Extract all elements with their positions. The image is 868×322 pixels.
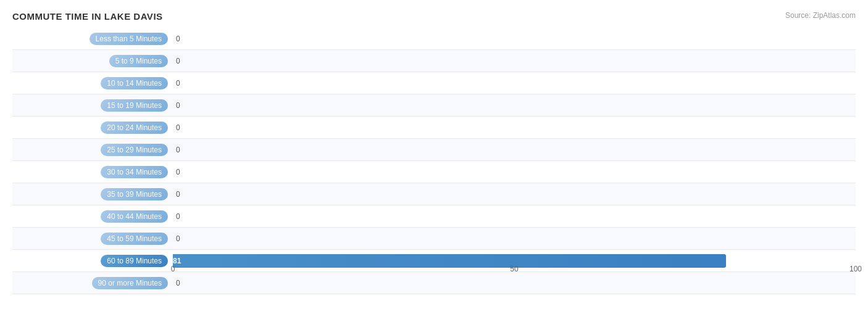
label-area: 10 to 14 Minutes xyxy=(12,77,173,89)
bar-row: 40 to 44 Minutes0 xyxy=(12,205,856,228)
bar-area: 0 xyxy=(173,161,856,183)
label-area: 35 to 39 Minutes xyxy=(12,188,173,200)
label-area: 15 to 19 Minutes xyxy=(12,99,173,112)
chart-area: Less than 5 Minutes05 to 9 Minutes010 to… xyxy=(12,28,856,283)
bar-row: 35 to 39 Minutes0 xyxy=(12,183,856,205)
label-area: 90 or more Minutes xyxy=(12,277,173,289)
label-area: 25 to 29 Minutes xyxy=(12,144,173,156)
bar-area: 0 xyxy=(173,183,856,205)
bar-row: 25 to 29 Minutes0 xyxy=(12,139,856,161)
rows-container: Less than 5 Minutes05 to 9 Minutes010 to… xyxy=(12,28,856,265)
label-pill: 20 to 24 Minutes xyxy=(101,122,168,134)
bar-row: Less than 5 Minutes0 xyxy=(12,28,856,50)
label-area: Less than 5 Minutes xyxy=(12,33,173,45)
label-pill: 60 to 89 Minutes xyxy=(101,255,168,267)
bar-row: 20 to 24 Minutes0 xyxy=(12,117,856,139)
bar-row: 10 to 14 Minutes0 xyxy=(12,72,856,94)
bar-value: 0 xyxy=(176,212,180,221)
bar-value: 0 xyxy=(176,146,180,154)
label-area: 60 to 89 Minutes xyxy=(12,255,173,267)
source-text: Source: ZipAtlas.com xyxy=(785,11,856,20)
label-pill: Less than 5 Minutes xyxy=(90,33,168,45)
label-pill: 35 to 39 Minutes xyxy=(101,188,168,200)
label-pill: 45 to 59 Minutes xyxy=(101,233,168,245)
label-pill: 25 to 29 Minutes xyxy=(101,144,168,156)
label-pill: 30 to 34 Minutes xyxy=(101,166,168,178)
label-area: 30 to 34 Minutes xyxy=(12,166,173,178)
bar-value: 0 xyxy=(176,79,180,88)
bar-value: 0 xyxy=(176,35,180,43)
label-pill: 5 to 9 Minutes xyxy=(109,55,168,67)
label-area: 45 to 59 Minutes xyxy=(12,233,173,245)
label-area: 40 to 44 Minutes xyxy=(12,210,173,223)
x-axis-label: 0 xyxy=(171,265,175,273)
bar-area: 0 xyxy=(173,50,856,72)
bar-value: 81 xyxy=(173,257,186,265)
bar-value: 0 xyxy=(176,123,180,132)
chart-container: COMMUTE TIME IN LAKE DAVIS Source: ZipAt… xyxy=(0,0,868,322)
bar-area: 0 xyxy=(173,205,856,227)
label-pill: 15 to 19 Minutes xyxy=(101,99,168,112)
bar-row: 5 to 9 Minutes0 xyxy=(12,50,856,72)
label-area: 20 to 24 Minutes xyxy=(12,122,173,134)
bar-value: 0 xyxy=(176,101,180,110)
bar-row: 30 to 34 Minutes0 xyxy=(12,161,856,183)
bar-area: 0 xyxy=(173,28,856,49)
bar-area: 0 xyxy=(173,94,856,116)
label-area: 5 to 9 Minutes xyxy=(12,55,173,67)
bar-value: 0 xyxy=(176,190,180,199)
bar-value: 0 xyxy=(176,168,180,176)
label-pill: 10 to 14 Minutes xyxy=(101,77,168,89)
x-axis-label: 50 xyxy=(510,265,518,273)
bar-row: 15 to 19 Minutes0 xyxy=(12,94,856,117)
bar-area: 0 xyxy=(173,228,856,249)
x-axis: 050100 xyxy=(173,265,856,283)
bar-area: 0 xyxy=(173,139,856,160)
chart-title: COMMUTE TIME IN LAKE DAVIS xyxy=(12,11,856,22)
bar-value: 0 xyxy=(176,234,180,243)
bar-area: 0 xyxy=(173,72,856,94)
label-pill: 40 to 44 Minutes xyxy=(101,210,168,223)
bar-row: 45 to 59 Minutes0 xyxy=(12,228,856,250)
bar-value: 0 xyxy=(176,57,180,65)
bar-area: 0 xyxy=(173,117,856,138)
label-pill: 90 or more Minutes xyxy=(92,277,168,289)
x-axis-label: 100 xyxy=(849,265,862,273)
